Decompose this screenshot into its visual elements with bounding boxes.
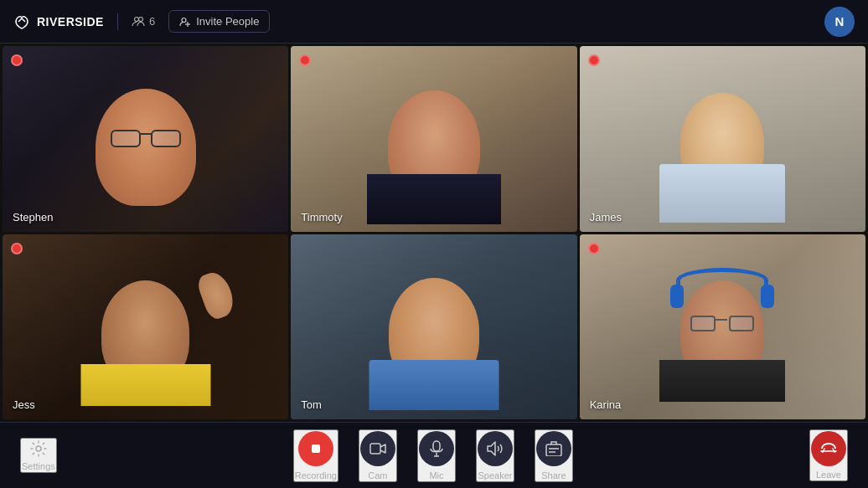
svg-rect-12 [546, 444, 561, 456]
speaker-icon [487, 441, 504, 456]
participant-name-jess: Jess [13, 398, 35, 411]
mic-button[interactable]: Mic [417, 429, 456, 482]
people-icon [132, 15, 145, 28]
header-left: RIVERSIDE 6 Invite People [13, 10, 270, 33]
participant-cell-karina: Karina [580, 234, 865, 420]
speaker-icon-bg [478, 431, 513, 466]
avatar-initial: N [835, 14, 845, 28]
mic-icon [429, 440, 444, 457]
participant-name-karina: Karina [590, 398, 622, 411]
participant-name-tom: Tom [301, 398, 322, 411]
center-controls: Recording Cam Mic [293, 429, 573, 482]
leave-button[interactable]: Leave [809, 429, 848, 481]
svg-point-2 [182, 18, 186, 22]
settings-button[interactable]: Settings [20, 438, 57, 473]
share-icon-bg [536, 431, 571, 466]
participant-cell-james: James [580, 46, 865, 232]
svg-point-0 [134, 17, 138, 21]
leave-icon [811, 431, 846, 466]
invite-icon [179, 16, 191, 28]
svg-rect-7 [370, 444, 380, 454]
share-label: Share [541, 470, 566, 480]
people-count: 6 [132, 15, 155, 28]
recording-button[interactable]: Recording [293, 429, 338, 482]
participant-cell-stephen: Stephen [3, 46, 288, 232]
phone-end-icon [820, 442, 837, 455]
cam-icon-bg [360, 431, 395, 466]
logo: RIVERSIDE [13, 13, 104, 30]
people-count-number: 6 [149, 15, 155, 28]
svg-point-1 [138, 17, 142, 21]
invite-people-button[interactable]: Invite People [168, 10, 270, 33]
cam-label: Cam [368, 470, 387, 480]
header-divider [117, 13, 118, 30]
recording-dot-jess [11, 243, 23, 254]
cam-button[interactable]: Cam [359, 429, 397, 482]
mic-label: Mic [429, 470, 443, 480]
speaker-label: Speaker [478, 470, 512, 480]
recording-label: Recording [295, 470, 337, 480]
riverside-logo-icon [13, 13, 30, 30]
participant-cell-timmoty: Timmoty [291, 46, 576, 232]
participant-name-timmoty: Timmoty [301, 211, 342, 223]
recording-icon [309, 442, 323, 455]
mic-icon-bg [419, 431, 454, 466]
svg-rect-6 [312, 444, 320, 453]
svg-marker-11 [488, 442, 495, 455]
header: RIVERSIDE 6 Invite People N [0, 0, 868, 44]
logo-text: RIVERSIDE [37, 15, 104, 28]
svg-rect-8 [433, 441, 440, 451]
participant-cell-tom: Tom [291, 234, 576, 420]
svg-point-5 [36, 446, 41, 451]
participant-cell-jess: Jess [3, 234, 288, 420]
recording-dot-karina [588, 243, 600, 254]
invite-label: Invite People [196, 15, 259, 28]
share-button[interactable]: Share [535, 429, 573, 482]
recording-dot-james [588, 54, 600, 66]
cam-icon [369, 442, 386, 455]
settings-label: Settings [22, 461, 55, 471]
speaker-button[interactable]: Speaker [476, 429, 514, 482]
share-icon [545, 441, 562, 456]
participant-name-james: James [590, 211, 622, 223]
user-avatar[interactable]: N [824, 7, 855, 37]
bottom-bar: Settings Recording Cam [0, 422, 868, 488]
participant-name-stephen: Stephen [13, 211, 53, 223]
leave-label: Leave [816, 470, 841, 480]
settings-icon [29, 439, 48, 458]
recording-dot-stephen [11, 54, 23, 66]
video-grid: Stephen Timmoty James [0, 44, 868, 422]
recording-icon-bg [298, 431, 333, 466]
